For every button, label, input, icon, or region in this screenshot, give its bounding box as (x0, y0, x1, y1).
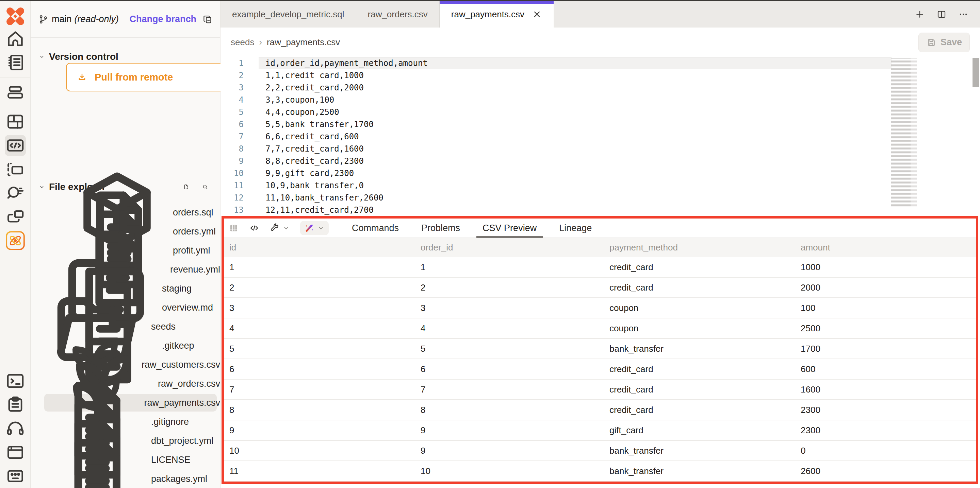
table-row[interactable]: 66credit_card600 (224, 359, 976, 380)
editor-line-3[interactable]: 3 2,2,credit_card,2000 (221, 82, 980, 94)
dbt-logo-icon (5, 6, 25, 26)
rail-item-dashboard[interactable] (5, 111, 26, 132)
pull-from-remote-button[interactable]: Pull from remote (66, 63, 244, 92)
table-cell: 9 (224, 425, 415, 436)
copy-branch-icon[interactable] (202, 14, 213, 24)
compiled-code-icon[interactable] (249, 223, 259, 233)
rail-item-windows[interactable] (5, 206, 26, 227)
column-header-order_id[interactable]: order_id (415, 242, 604, 253)
table-row[interactable]: 109bank_transfer0 (224, 441, 976, 461)
column-header-id[interactable]: id (224, 242, 415, 253)
dashboard-icon (5, 111, 26, 132)
table-row[interactable]: 77credit_card1600 (224, 380, 976, 400)
table-row[interactable]: 22credit_card2000 (224, 278, 976, 298)
split-editor-icon[interactable] (937, 9, 947, 19)
code-editor[interactable]: 1 id,order_id,payment_method,amount 2 1,… (221, 57, 980, 216)
editor-line-11[interactable]: 11 10,9,bank_transfer,0 (221, 179, 980, 192)
change-branch-link[interactable]: Change branch (129, 14, 196, 24)
editor-line-1[interactable]: 1 id,order_id,payment_method,amount (221, 57, 980, 69)
table-row[interactable]: 99gift_card2300 (224, 420, 976, 441)
panel-tab-Lineage[interactable]: Lineage (559, 219, 592, 238)
table-cell: 9 (415, 425, 604, 436)
current-line-highlight (259, 94, 891, 106)
table-cell: 1600 (795, 384, 976, 395)
editor-line-6[interactable]: 6 5,5,bank_transfer,1700 (221, 118, 980, 130)
rail-item-frame-select[interactable] (5, 159, 26, 180)
table-cell: credit_card (604, 262, 795, 273)
table-cell: 5 (224, 344, 415, 354)
rail-item-atom[interactable] (5, 230, 26, 251)
line-number: 9 (221, 155, 243, 167)
rail-item-browser[interactable] (5, 442, 26, 463)
table-cell: credit_card (604, 405, 795, 415)
editor-line-8[interactable]: 8 7,7,credit_card,1600 (221, 143, 980, 155)
rail-item-trays[interactable] (5, 82, 26, 103)
column-header-payment_method[interactable]: payment_method (604, 242, 795, 253)
new-file-icon[interactable] (183, 182, 193, 192)
rail-item-clipboard[interactable] (5, 394, 26, 415)
editor-line-5[interactable]: 5 4,4,coupon,2500 (221, 106, 980, 118)
line-text: 11,10,bank_transfer,2600 (266, 192, 383, 204)
editor-tab-raw_orders.csv[interactable]: raw_orders.csv (356, 1, 440, 27)
rail-item-notebook[interactable] (5, 52, 26, 73)
file-item-label: raw_payments.csv (144, 398, 220, 408)
version-control-header[interactable]: Version control (39, 51, 118, 62)
clipboard-icon (5, 394, 26, 415)
table-row[interactable]: 88credit_card2300 (224, 400, 976, 420)
dbt-logo-icon[interactable] (5, 6, 26, 27)
panel-tab-Problems[interactable]: Problems (421, 219, 460, 238)
tab-label: raw_orders.csv (368, 9, 428, 20)
current-line-highlight (259, 106, 891, 118)
editor-line-12[interactable]: 12 11,10,bank_transfer,2600 (221, 192, 980, 204)
editor-line-10[interactable]: 10 9,9,gift_card,2300 (221, 167, 980, 179)
rail-item-terminal[interactable] (5, 371, 26, 391)
build-tools-button[interactable] (269, 223, 290, 233)
ai-assist-button[interactable] (300, 221, 329, 235)
table-row[interactable]: 44coupon2500 (224, 318, 976, 339)
table-row[interactable]: 11credit_card1000 (224, 257, 976, 278)
table-row[interactable]: 55bank_transfer1700 (224, 339, 976, 359)
editor-tab-raw_payments.csv[interactable]: raw_payments.csv (440, 1, 554, 27)
table-cell: 600 (795, 364, 976, 374)
table-row[interactable]: 33coupon100 (224, 298, 976, 318)
table-row[interactable]: 1110bank_transfer2600 (224, 461, 976, 482)
pull-from-remote-main[interactable]: Pull from remote (67, 63, 222, 91)
editor-minimap[interactable] (891, 59, 917, 208)
close-tab-icon[interactable] (532, 9, 542, 19)
table-cell: bank_transfer (604, 445, 795, 456)
editor-line-7[interactable]: 7 6,6,credit_card,600 (221, 130, 980, 143)
editor-tab-bar: example_develop_metric.sql raw_orders.cs… (221, 1, 980, 27)
save-button[interactable]: Save (918, 33, 970, 52)
atom-icon (5, 230, 26, 251)
pull-from-remote-label: Pull from remote (95, 72, 173, 83)
branch-readonly-label: (read-only) (75, 14, 119, 24)
editor-line-4[interactable]: 4 3,3,coupon,100 (221, 94, 980, 106)
new-tab-icon[interactable] (915, 9, 925, 19)
editor-tab-example_develop_metric.sql[interactable]: example_develop_metric.sql (221, 1, 356, 27)
rail-item-keypad[interactable] (5, 466, 26, 486)
rail-item-query-search[interactable] (5, 182, 26, 204)
editor-line-13[interactable]: 13 12,11,credit_card,2700 (221, 204, 980, 216)
rail-item-home[interactable] (5, 28, 26, 49)
line-text: 5,5,bank_transfer,1700 (266, 118, 374, 130)
panel-toolbar: Commands Problems CSV Preview Lineage (224, 219, 976, 238)
panel-tab-CSV Preview[interactable]: CSV Preview (482, 219, 537, 238)
rail-item-code-editor[interactable] (5, 135, 26, 156)
editor-scrollbar-thumb[interactable] (972, 58, 979, 87)
line-number: 10 (221, 167, 243, 179)
editor-line-9[interactable]: 9 8,8,credit_card,2300 (221, 155, 980, 167)
results-table-icon[interactable] (229, 223, 239, 233)
line-text: 12,11,credit_card,2700 (266, 204, 374, 216)
version-control-title: Version control (49, 51, 118, 62)
search-icon[interactable] (202, 182, 212, 192)
editor-line-2[interactable]: 2 1,1,credit_card,1000 (221, 69, 980, 82)
column-header-amount[interactable]: amount (795, 242, 976, 253)
breadcrumb-folder[interactable]: seeds (231, 37, 254, 48)
table-cell: 2500 (795, 323, 976, 334)
line-number: 7 (221, 130, 243, 143)
panel-tab-Commands[interactable]: Commands (352, 219, 399, 238)
file-item-packages.yml[interactable]: packages.yml (30, 469, 220, 488)
more-options-icon[interactable] (958, 9, 969, 19)
line-number: 11 (221, 179, 243, 192)
rail-item-headset[interactable] (5, 418, 26, 439)
